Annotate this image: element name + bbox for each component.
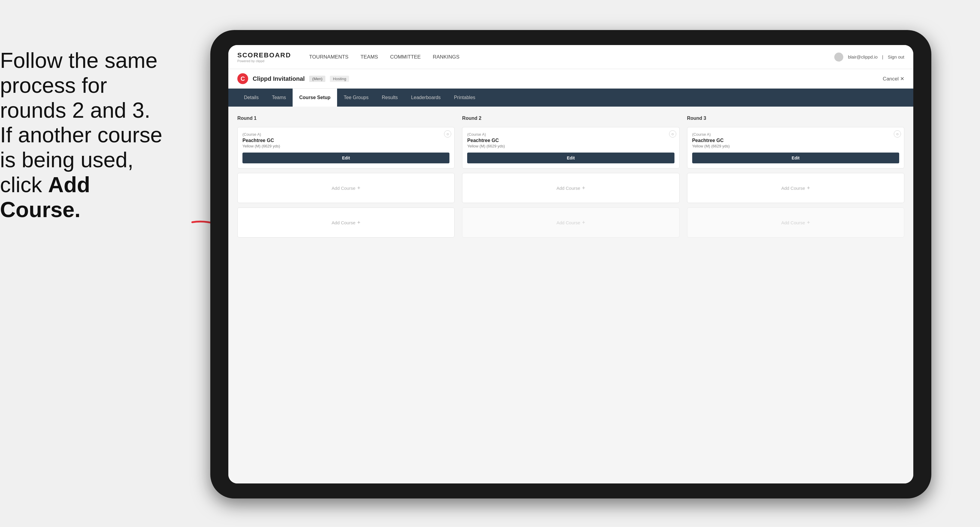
tournament-name: Clippd Invitational — [253, 75, 305, 82]
tab-results[interactable]: Results — [375, 89, 404, 106]
hosting-badge: Hosting — [330, 76, 349, 82]
tab-leaderboards[interactable]: Leaderboards — [404, 89, 447, 106]
tournament-men-badge: (Men) — [309, 76, 325, 82]
round-1-add-course-label-2: Add Course — [332, 220, 355, 225]
tab-teams[interactable]: Teams — [265, 89, 293, 106]
round-2-title: Round 2 — [462, 116, 679, 121]
round-2-add-plus-1: + — [582, 185, 585, 191]
round-1-remove-btn[interactable]: ○ — [444, 130, 451, 138]
logo-powered: Powered by clippd — [237, 59, 291, 63]
instruction-text-content: Follow the same process for rounds 2 and… — [0, 48, 162, 222]
round-2-add-course-slot-2: Add Course + — [462, 208, 679, 238]
round-1-course-card: ○ (Course A) Peachtree GC Yellow (M) (66… — [237, 127, 455, 168]
round-1-add-course-label-1: Add Course — [332, 186, 355, 190]
round-1-add-plus-2: + — [357, 219, 361, 226]
user-email: blair@clippd.io — [848, 54, 878, 59]
round-3-add-plus-1: + — [807, 185, 810, 191]
tab-course-setup[interactable]: Course Setup — [293, 89, 337, 106]
round-1-course-name: Peachtree GC — [242, 138, 449, 143]
sign-out-link[interactable]: Sign out — [888, 54, 904, 59]
round-1-edit-button[interactable]: Edit — [242, 152, 449, 163]
top-nav: SCOREBOARD Powered by clippd TOURNAMENTS… — [228, 45, 913, 69]
nav-teams[interactable]: TEAMS — [361, 52, 378, 62]
round-3-course-name: Peachtree GC — [692, 138, 899, 143]
rounds-grid: Round 1 ○ (Course A) Peachtree GC Yellow… — [237, 116, 904, 238]
round-1-title: Round 1 — [237, 116, 455, 121]
round-2-add-course-slot-1[interactable]: Add Course + — [462, 173, 679, 203]
nav-tournaments[interactable]: TOURNAMENTS — [309, 52, 348, 62]
round-3-add-plus-2: + — [807, 219, 810, 226]
round-3-edit-button[interactable]: Edit — [692, 152, 899, 163]
round-3-course-label: (Course A) — [692, 132, 899, 137]
tournament-info: C Clippd Invitational (Men) Hosting — [237, 73, 349, 84]
cancel-button[interactable]: Cancel ✕ — [883, 76, 904, 82]
round-3-add-course-label-2: Add Course — [781, 220, 805, 225]
logo-scoreboard: SCOREBOARD — [237, 51, 291, 59]
tab-bar: Details Teams Course Setup Tee Groups Re… — [228, 89, 913, 106]
round-1-column: Round 1 ○ (Course A) Peachtree GC Yellow… — [237, 116, 455, 238]
round-2-course-card: ○ (Course A) Peachtree GC Yellow (M) (66… — [462, 127, 679, 168]
round-2-course-label: (Course A) — [467, 132, 674, 137]
round-3-add-course-label-1: Add Course — [781, 186, 805, 190]
round-2-add-course-label-2: Add Course — [557, 220, 580, 225]
round-3-add-course-slot-2: Add Course + — [687, 208, 904, 238]
round-1-add-course-slot-2[interactable]: Add Course + — [237, 208, 455, 238]
tab-details[interactable]: Details — [237, 89, 265, 106]
nav-rankings[interactable]: RANKINGS — [433, 52, 459, 62]
round-1-add-course-slot-1[interactable]: Add Course + — [237, 173, 455, 203]
round-3-course-card: ○ (Course A) Peachtree GC Yellow (M) (66… — [687, 127, 904, 168]
nav-committee[interactable]: COMMITTEE — [390, 52, 421, 62]
main-nav: TOURNAMENTS TEAMS COMMITTEE RANKINGS — [309, 52, 835, 62]
round-2-course-name: Peachtree GC — [467, 138, 674, 143]
logo-area: SCOREBOARD Powered by clippd — [237, 51, 291, 63]
round-2-add-course-label-1: Add Course — [557, 186, 580, 190]
instruction-block: Follow the same process for rounds 2 and… — [0, 48, 174, 222]
round-1-course-label: (Course A) — [242, 132, 449, 137]
round-2-add-plus-2: + — [582, 219, 585, 226]
round-2-course-details: Yellow (M) (6629 yds) — [467, 144, 674, 148]
round-3-add-course-slot-1[interactable]: Add Course + — [687, 173, 904, 203]
user-area: blair@clippd.io | Sign out — [834, 52, 904, 62]
main-content: Round 1 ○ (Course A) Peachtree GC Yellow… — [228, 106, 913, 483]
round-2-edit-button[interactable]: Edit — [467, 152, 674, 163]
separator: | — [882, 54, 883, 59]
round-1-course-details: Yellow (M) (6629 yds) — [242, 144, 449, 148]
round-3-course-details: Yellow (M) (6629 yds) — [692, 144, 899, 148]
tablet-frame: SCOREBOARD Powered by clippd TOURNAMENTS… — [210, 30, 931, 498]
round-2-remove-btn[interactable]: ○ — [669, 130, 676, 138]
tab-tee-groups[interactable]: Tee Groups — [337, 89, 375, 106]
tab-printables[interactable]: Printables — [447, 89, 482, 106]
round-1-add-plus-1: + — [357, 185, 361, 191]
round-3-column: Round 3 ○ (Course A) Peachtree GC Yellow… — [687, 116, 904, 238]
tournament-logo-icon: C — [237, 73, 248, 84]
round-3-title: Round 3 — [687, 116, 904, 121]
round-2-column: Round 2 ○ (Course A) Peachtree GC Yellow… — [462, 116, 679, 238]
user-avatar-icon — [834, 52, 843, 62]
sub-header: C Clippd Invitational (Men) Hosting Canc… — [228, 69, 913, 89]
round-3-remove-btn[interactable]: ○ — [894, 130, 901, 138]
tablet-screen: SCOREBOARD Powered by clippd TOURNAMENTS… — [228, 45, 913, 483]
